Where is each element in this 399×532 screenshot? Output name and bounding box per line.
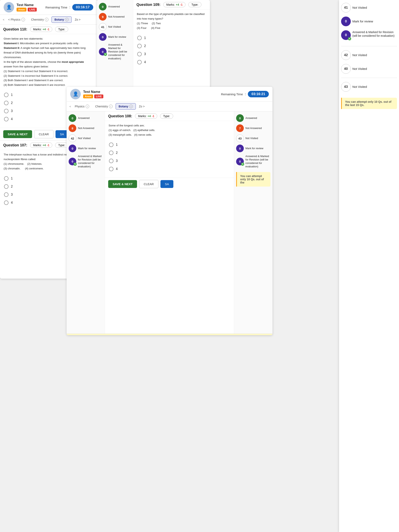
q108-clear-btn[interactable]: CLEAR	[139, 180, 158, 188]
q107-radio-4[interactable]	[4, 201, 8, 205]
status-bubble-mark-review-top: 0	[99, 33, 106, 41]
test-name-main: Test Name	[17, 3, 37, 7]
live-badge-main: LIVE	[28, 8, 37, 12]
q108-save-next-btn[interactable]: SAVE & NEXT	[108, 180, 137, 188]
q110-radio-3[interactable]	[4, 109, 8, 113]
tab-zoo-main[interactable]: Zo >	[72, 17, 83, 23]
tab-physics-info-overlay[interactable]: i	[86, 105, 89, 108]
q107-radio-1[interactable]	[4, 176, 8, 181]
status-not-answered-ov-r: 7 Not Answered	[236, 124, 270, 132]
tab-chemistry-info[interactable]: i	[45, 18, 49, 21]
q109-option-1: 1	[137, 36, 206, 40]
q107-marks: Marks: +4 -1	[30, 143, 52, 148]
q110-marks: Marks: +4 -1	[30, 27, 52, 32]
author-badge-main: Anon	[17, 8, 26, 12]
tab-chemistry-main[interactable]: Chemistry i	[28, 16, 51, 23]
status-answered-marked-top: 0 Answered & Marked for Revision (will b…	[99, 43, 131, 60]
q107-opt3-text: 3	[11, 193, 13, 196]
status-not-visited-ov-l: 42 Not Visited	[69, 134, 103, 142]
q109-radio-1[interactable]	[137, 36, 142, 40]
tab-botany-info-overlay[interactable]: i	[129, 105, 133, 108]
q108-option-2: 2	[109, 151, 230, 155]
q109-marks: Marks: +4 -1	[163, 2, 186, 7]
tab-botany-info[interactable]: i	[65, 18, 69, 21]
sl-mark-review-fr: Mark for review	[352, 19, 373, 23]
tab-zoo-overlay[interactable]: Zo >	[136, 103, 148, 109]
status-label-not-visited-top: Not Visited	[108, 25, 121, 29]
status-label-mark-review-top: Mark for review	[108, 35, 126, 39]
q110-save-next-btn[interactable]: SAVE & NEXT	[3, 130, 32, 138]
q107-radio-2[interactable]	[4, 184, 8, 189]
status-answered-marked-fr: 0 Answered & Marked for Revision (will b…	[341, 30, 397, 40]
tab-botany-label-overlay: Botany	[119, 105, 128, 108]
tab-physics-info[interactable]: i	[21, 18, 25, 21]
sb-answered-ov-l: 0	[69, 114, 76, 122]
remaining-label-main: Remaining Time	[45, 6, 67, 9]
q110-radio-4[interactable]	[4, 117, 8, 121]
status-not-answered-top: 9 Not Answered	[99, 13, 131, 21]
q108-type: Type:	[160, 114, 173, 119]
tab-chemistry-info-overlay[interactable]: i	[109, 105, 113, 108]
marks-plus-q108: +4	[148, 114, 151, 118]
marks-minus-q110: -1	[47, 28, 49, 31]
sl-answered-marked-ov-r: Answered & Marked for Revision (will be …	[245, 155, 270, 168]
tab-arrow-left-overlay[interactable]: <	[69, 105, 72, 108]
q108-header: Question 108: Marks: +4 -1 Type:	[105, 111, 234, 121]
q110-opt2-text: 2	[11, 101, 13, 105]
q110-radio-1[interactable]	[4, 93, 8, 97]
status-mark-review-ov-l: 0 Mark for review	[69, 145, 103, 152]
q108-opt3-text: 3	[116, 159, 118, 163]
tab-physics-main[interactable]: < Physics i	[5, 16, 28, 23]
status-answered-marked-ov-r: 0 Answered & Marked for Revision (will b…	[236, 155, 270, 168]
sb-mark-review-fr: 0	[341, 17, 351, 26]
status-not-visited-43: 43 Not Visited	[341, 82, 397, 92]
q107-radio-3[interactable]	[4, 192, 8, 197]
tab-chemistry-overlay[interactable]: Chemistry i	[92, 103, 116, 110]
sb-not-visited-43: 43	[341, 82, 351, 92]
panel-overlay: 👤 Test Name Anon LIVE Remaining Time : 0…	[67, 87, 273, 335]
q108-radio-2[interactable]	[109, 151, 113, 155]
test-name-overlay: Test Name	[83, 90, 103, 94]
q108-save-btn[interactable]: SA	[161, 180, 173, 188]
attempt-notice-overlay-r: You can attempt only 10 Qs. out of the	[236, 172, 270, 187]
sb-answered-marked-ov-l: 0	[69, 158, 76, 165]
tab-arrow-left-main[interactable]: <	[2, 18, 5, 21]
sb-not-visited-42: 42	[341, 50, 351, 60]
tab-botany-main[interactable]: Botany i	[51, 16, 72, 23]
marks-label-q107: Marks:	[33, 144, 42, 147]
tab-physics-overlay[interactable]: Physics i	[72, 103, 92, 110]
sl-not-answered-ov-r: Not Answered	[245, 127, 262, 130]
q108-radio-3[interactable]	[109, 159, 113, 163]
q109-radio-3[interactable]	[137, 52, 142, 56]
q108-area: Question 108: Marks: +4 -1 Type: Some of…	[105, 111, 234, 334]
attempt-notice-far-right: You can attempt only 10 Qs. out of the l…	[341, 98, 397, 109]
status-bubble-answered-top: 0	[99, 3, 106, 11]
status-mark-review-ov-r: 0 Mark for review	[236, 145, 270, 152]
q110-radio-2[interactable]	[4, 101, 8, 105]
q107-title: Question 107:	[3, 143, 27, 147]
sl-not-answered-ov-l: Not Answered	[78, 127, 94, 130]
q109-option-2: 2	[137, 44, 206, 48]
marks-plus-q109: +4	[176, 3, 179, 6]
sb-mark-review-ov-r: 0	[236, 145, 244, 152]
tabs-bar-main: < < Physics i Chemistry i Botany i Zo >	[0, 15, 97, 25]
status-answered-marked-ov-l: 0 Answered & Marked for Revision (will b…	[69, 155, 103, 168]
tab-botany-overlay[interactable]: Botany i	[116, 103, 136, 110]
q109-opt2-text: 2	[144, 44, 146, 48]
status-not-visited-top: 41 Not Visited	[99, 23, 131, 31]
sb-not-visited-ov-r: 43	[236, 134, 244, 142]
q107-opt4-text: 4	[11, 201, 13, 204]
q109-radio-4[interactable]	[137, 60, 142, 64]
status-answered-ov-l: 0 Answered	[69, 114, 103, 122]
q109-radio-2[interactable]	[137, 44, 142, 48]
marks-plus-q107: +4	[43, 144, 46, 147]
status-not-visited-42: 42 Not Visited	[341, 50, 397, 60]
panel-far-right: 41 Not Visited 0 Mark for review 0 Answe…	[339, 0, 399, 532]
tab-zoo-label-overlay: Zo >	[139, 105, 144, 108]
q108-radio-1[interactable]	[109, 143, 113, 147]
tab-physics-label-overlay: Physics	[75, 105, 85, 108]
q110-clear-btn[interactable]: CLEAR	[34, 130, 54, 138]
q108-radio-4[interactable]	[109, 167, 113, 171]
marks-label-q110: Marks:	[33, 28, 42, 31]
q110-type: Type:	[55, 27, 68, 32]
